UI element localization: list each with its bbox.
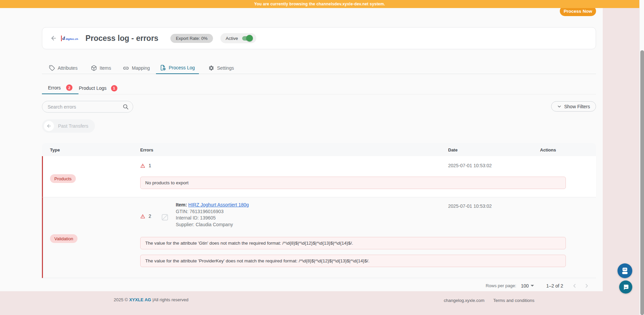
- item-details: Item: HIRZ Joghurt Assortiert 180g GTIN:…: [176, 202, 249, 228]
- chevron-left-icon: [572, 283, 577, 289]
- chevron-right-icon: [584, 283, 589, 289]
- subtab-label: Product Logs: [79, 85, 107, 91]
- table-row-validation: Validation 2 Item: HIRZ Joghurt Assortie…: [42, 197, 596, 278]
- subtab-label: Errors: [48, 85, 61, 90]
- back-arrow-circle: [44, 121, 54, 131]
- main-content-area: Process Now d digitec.ch Process log - e…: [0, 8, 603, 291]
- type-badge: Products: [50, 174, 76, 183]
- errors-count-badge: 2: [66, 84, 72, 91]
- tab-mapping[interactable]: Mapping: [119, 62, 154, 74]
- tab-process-log[interactable]: Process Log: [156, 62, 199, 74]
- back-arrow-icon: [46, 123, 52, 129]
- rows-per-page-select[interactable]: 100: [521, 283, 534, 289]
- tab-label: Process Log: [169, 65, 195, 70]
- error-count: 1: [140, 163, 151, 168]
- export-rate-badge: Export Rate: 0%: [170, 34, 213, 43]
- file-clock-icon: [160, 65, 166, 71]
- error-count: 2: [140, 213, 151, 219]
- error-message: The value for the attribute 'ProviderKey…: [140, 255, 566, 267]
- tab-settings[interactable]: Settings: [204, 62, 238, 74]
- error-message: No products to export: [140, 177, 566, 189]
- item-link[interactable]: HIRZ Joghurt Assortiert 180g: [188, 202, 249, 207]
- next-page-button[interactable]: [584, 283, 589, 289]
- channel-logo: d digitec.ch: [61, 36, 78, 41]
- gear-icon: [208, 65, 214, 71]
- package-icon: [91, 65, 97, 71]
- page-title: Process log - errors: [86, 34, 158, 43]
- subtabs-divider: [42, 94, 596, 94]
- active-label: Active: [226, 36, 238, 41]
- search-input[interactable]: [48, 104, 122, 110]
- back-arrow-icon: [50, 35, 57, 42]
- active-toggle-pill: Active: [220, 33, 256, 43]
- column-header-date: Date: [448, 147, 458, 152]
- pagination-bar: Rows per page: 100 1–2 of 2: [42, 278, 596, 293]
- link-icon: [123, 65, 129, 71]
- show-filters-label: Show Filters: [564, 104, 590, 109]
- robot-icon: [620, 266, 630, 275]
- scrollbar-thumb[interactable]: [640, 50, 644, 315]
- warning-icon: [140, 163, 145, 168]
- column-header-actions: Actions: [540, 147, 556, 152]
- item-gtin: GTIN: 7613196016903: [176, 208, 249, 215]
- environment-banner: You are currently browsing the channelsd…: [0, 0, 639, 8]
- pagination-range: 1–2 of 2: [546, 283, 563, 289]
- changelog-link[interactable]: changelog.xyxle.com: [444, 298, 484, 303]
- tag-icon: [49, 65, 55, 71]
- table-header-row: Type Errors Date Actions: [42, 143, 596, 156]
- copyright-text: 2025 ©: [114, 297, 128, 302]
- search-icon: [122, 104, 129, 110]
- tab-attributes[interactable]: Attributes: [45, 62, 82, 74]
- type-badge: Validation: [50, 234, 77, 243]
- previous-page-button[interactable]: [572, 283, 577, 289]
- header-card: d digitec.ch Process log - errors Export…: [42, 27, 596, 49]
- chat-button[interactable]: [619, 280, 632, 294]
- item-label: Item:: [176, 202, 187, 207]
- warning-icon: [140, 214, 145, 219]
- caret-down-icon: [531, 285, 534, 287]
- chevron-down-icon: [557, 104, 561, 109]
- column-header-type: Type: [50, 147, 60, 152]
- table-row-products: Products 1 No products to export 2025-07…: [42, 156, 596, 197]
- page-scrollbar[interactable]: [639, 0, 644, 315]
- subtab-product-logs[interactable]: Product Logs 1: [73, 82, 123, 94]
- date-cell: 2025-07-01 10:53:02: [448, 163, 492, 168]
- error-count-value: 1: [149, 163, 151, 168]
- page: Process Now d digitec.ch Process log - e…: [0, 0, 644, 315]
- show-filters-button[interactable]: Show Filters: [551, 101, 596, 112]
- terms-link[interactable]: Terms and conditions: [493, 298, 534, 303]
- past-transfers-label: Past Transfers: [58, 123, 88, 129]
- error-message: The value for the attribute 'Gtin' does …: [140, 237, 566, 249]
- logo-mark: d: [61, 36, 65, 41]
- logo-text: digitec.ch: [66, 38, 78, 41]
- item-line: Item: HIRZ Joghurt Assortiert 180g: [176, 202, 249, 208]
- company-link[interactable]: XYXLE AG: [129, 297, 151, 302]
- footer-links: changelog.xyxle.com Terms and conditions: [444, 298, 534, 303]
- environment-banner-text: You are currently browsing the channelsd…: [254, 2, 385, 6]
- product-logs-count-badge: 1: [111, 85, 117, 91]
- rows-per-page-value: 100: [521, 283, 529, 289]
- past-transfers-button[interactable]: Past Transfers: [42, 119, 95, 133]
- assistant-bot-button[interactable]: [618, 263, 632, 278]
- item-internal-id: Internal ID: 139605: [176, 215, 249, 222]
- tab-label: Mapping: [132, 65, 150, 71]
- rights-text: |All rights reserved: [152, 297, 188, 302]
- tab-items[interactable]: Items: [87, 62, 115, 74]
- column-header-errors: Errors: [140, 147, 153, 152]
- chat-bubble-icon: [623, 284, 629, 291]
- item-supplier: Supplier: Claudia Company: [176, 222, 249, 228]
- date-cell: 2025-07-01 10:53:02: [448, 203, 492, 209]
- tab-label: Attributes: [58, 65, 77, 71]
- error-count-value: 2: [149, 213, 151, 219]
- search-box: [42, 101, 133, 113]
- rows-per-page-label: Rows per page:: [486, 283, 516, 288]
- footer-copyright: 2025 © XYXLE AG |All rights reserved: [114, 297, 189, 302]
- toggle-thumb: [246, 35, 253, 42]
- tab-label: Settings: [217, 65, 234, 71]
- errors-table: Type Errors Date Actions Products 1 No p…: [42, 143, 596, 278]
- back-button[interactable]: [49, 34, 58, 43]
- tab-label: Items: [100, 65, 111, 71]
- active-toggle[interactable]: [241, 35, 253, 42]
- no-image-icon: [161, 213, 169, 223]
